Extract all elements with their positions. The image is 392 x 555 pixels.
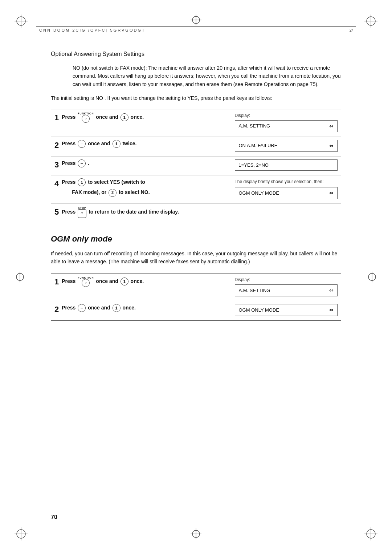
- step-5-left: 5 Press STOP ⊙ to return to the date and…: [51, 204, 231, 221]
- display-text-1: A.M. SETTING: [239, 122, 270, 130]
- step-1-once: once.: [131, 114, 144, 120]
- reg-mark-right: [367, 272, 377, 284]
- step-row-3: 3 Press − . 1=YES, 2=NO: [51, 156, 341, 175]
- ogm-step-2-once: once.: [122, 305, 136, 311]
- corner-mark-tr: [364, 15, 377, 28]
- step-2-left: 2 Press − once and 1 twice.: [51, 137, 231, 156]
- ogm-step-2-once-and: once and: [88, 305, 111, 311]
- button-1-icon-2: 1: [113, 140, 121, 148]
- display-box-3: 1=YES, 2=NO: [235, 159, 338, 171]
- step-2-press-label: Press: [62, 141, 77, 146]
- corner-mark-tl: [15, 15, 28, 28]
- step-2-once-and: once and: [88, 141, 111, 146]
- step-4-press-label: Press: [62, 179, 77, 185]
- page: CNN DQQM 2CIG /QPFC[ 5GRVGODGT 2/ Option…: [0, 0, 392, 555]
- step-2-right: ON A.M. FAILURE ⇔: [231, 137, 341, 156]
- top-header: CNN DQQM 2CIG /QPFC[ 5GRVGODGT 2/: [36, 26, 356, 34]
- step-3-press-label: Press: [62, 160, 77, 166]
- step-4-left: 4 Press 1 to select YES (switch to FAX m…: [51, 175, 231, 204]
- main-content: Optional Answering System Settings NO (d…: [51, 51, 341, 334]
- ogm-display-label-1: Display:: [235, 276, 338, 283]
- ogm-step-1-left: 1 Press FUNKTION ○ once and 1 once.: [51, 273, 231, 301]
- ogm-step-2-left: 2 Press − once and 1 once.: [51, 301, 231, 320]
- step-row-4: 4 Press 1 to select YES (switch to FAX m…: [51, 175, 341, 204]
- minus-icon-ogm2: −: [78, 304, 86, 312]
- ogm-step-2-press: Press: [62, 305, 77, 311]
- ogm-display-box-1: A.M. SETTING ⇔: [235, 284, 338, 296]
- step-3-content: Press − .: [62, 159, 227, 167]
- intro-paragraph1: NO (do not switch to FAX mode): The mach…: [73, 64, 341, 88]
- step-3-left: 3 Press − .: [51, 156, 231, 175]
- step-5-right: [231, 204, 341, 221]
- reg-mark-bottom: [191, 528, 201, 540]
- ogm-step-1-press: Press: [62, 278, 77, 284]
- ogm-step-1-once: once.: [131, 278, 144, 284]
- reg-mark-top: [191, 15, 201, 27]
- display-text-2: ON A.M. FAILURE: [239, 142, 278, 149]
- funktion-icon-ogm1: FUNKTION ○: [78, 276, 94, 287]
- step-2-content: Press − once and 1 twice.: [62, 140, 227, 148]
- ogm-display-arrow-1: ⇔: [329, 287, 334, 294]
- ogm-title: OGM only mode: [51, 234, 341, 244]
- step-1-press-label: Press: [62, 114, 77, 120]
- display-arrow-1: ⇔: [329, 122, 334, 130]
- step-5-press-label: Press: [62, 209, 77, 215]
- step-4-number: 4: [54, 178, 59, 190]
- ogm-display-box-2: OGM ONLY MODE ⇔: [235, 304, 338, 316]
- step-4-right: The display briefly shows your selection…: [231, 175, 341, 204]
- stop-icon-5: STOP ⊙: [78, 207, 86, 218]
- step-5-instruction: to return to the date and time display.: [89, 209, 179, 215]
- button-1-ogm1: 1: [121, 278, 128, 285]
- step-5-content: Press STOP ⊙ to return to the date and t…: [62, 207, 227, 218]
- button-1-icon-4: 1: [78, 178, 86, 186]
- step-1-once-and: once and: [96, 114, 119, 120]
- corner-mark-br: [364, 527, 377, 540]
- button-2-icon-4: 2: [109, 189, 117, 197]
- step-2-number: 2: [54, 139, 59, 151]
- step-1-left: 1 Press FUNKTION ○ once and 1 once.: [51, 109, 231, 137]
- steps-table-ogm: 1 Press FUNKTION ○ once and 1 once. Disp…: [51, 273, 341, 321]
- display-arrow-2: ⇔: [329, 142, 334, 150]
- display-arrow-4: ⇔: [329, 189, 334, 197]
- button-1-icon-1: 1: [121, 113, 128, 121]
- display-text-4: OGM ONLY MODE: [239, 190, 279, 197]
- step-4-fax-label: FAX mode), or: [72, 189, 108, 195]
- minus-icon-2: −: [78, 140, 86, 148]
- ogm-paragraph: If needed, you can turn off recording of…: [51, 250, 341, 266]
- header-code: CNN DQQM 2CIG /QPFC[ 5GRVGODGT: [39, 28, 146, 32]
- ogm-step-row-1: 1 Press FUNKTION ○ once and 1 once. Disp…: [51, 273, 341, 301]
- step-4-instruction-b: to select NO.: [119, 189, 150, 195]
- step-1-number: 1: [54, 112, 59, 123]
- step-5-number: 5: [54, 206, 59, 218]
- ogm-step-1-number: 1: [54, 276, 59, 288]
- ogm-step-2-content: Press − once and 1 once.: [62, 304, 227, 312]
- step-row-5: 5 Press STOP ⊙ to return to the date and…: [51, 204, 341, 221]
- display-text-3: 1=YES, 2=NO: [239, 162, 269, 169]
- step-row-1: 1 Press FUNKTION ○ once and 1 once. Disp…: [51, 109, 341, 137]
- step-4-sub: FAX mode), or 2 to select NO.: [72, 189, 227, 197]
- ogm-step-2-right: OGM ONLY MODE ⇔: [231, 301, 341, 320]
- step-row-2: 2 Press − once and 1 twice. ON A.M. FAIL…: [51, 137, 341, 156]
- page-number: 70: [51, 514, 57, 520]
- button-1-ogm2: 1: [113, 304, 121, 312]
- ogm-display-text-1: A.M. SETTING: [239, 287, 270, 294]
- ogm-step-2-number: 2: [54, 303, 59, 315]
- display-box-1: A.M. SETTING ⇔: [235, 120, 338, 132]
- step-1-content: Press FUNKTION ○ once and 1 once.: [62, 112, 227, 123]
- ogm-step-1-content: Press FUNKTION ○ once and 1 once.: [62, 276, 227, 287]
- display-label-1: Display:: [235, 112, 338, 119]
- header-page: 2/: [350, 28, 353, 32]
- minus-icon-3: −: [78, 159, 86, 167]
- step-2-twice: twice.: [122, 141, 136, 146]
- step-3-dot: .: [88, 160, 89, 166]
- section-title: Optional Answering System Settings: [51, 51, 341, 57]
- step-4-instruction-a: to select YES (switch to: [88, 179, 145, 185]
- step-3-number: 3: [54, 159, 59, 171]
- display-box-2: ON A.M. FAILURE ⇔: [235, 140, 338, 152]
- ogm-step-row-2: 2 Press − once and 1 once. OGM ONLY MODE…: [51, 301, 341, 320]
- ogm-display-arrow-2: ⇔: [329, 306, 334, 314]
- step-3-right: 1=YES, 2=NO: [231, 156, 341, 175]
- corner-mark-bl: [15, 527, 28, 540]
- reg-mark-left: [15, 272, 25, 284]
- funktion-icon-1: FUNKTION ○: [78, 112, 94, 123]
